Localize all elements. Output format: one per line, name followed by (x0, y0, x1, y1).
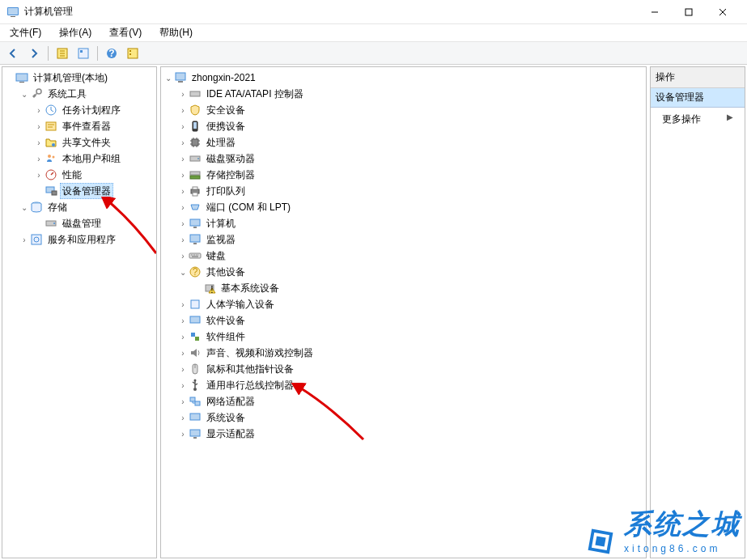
maximize-button[interactable] (677, 8, 700, 16)
toolbar-separator (48, 46, 49, 61)
help-button[interactable]: ? (102, 45, 121, 62)
event-viewer-node[interactable]: ›事件查看器 (33, 118, 155, 134)
chevron-right-icon[interactable]: › (19, 235, 30, 244)
chevron-right-icon[interactable]: › (177, 349, 189, 358)
usb-node[interactable]: ›通用串行总线控制器 (177, 377, 644, 393)
chevron-down-icon[interactable]: ⌄ (19, 203, 30, 212)
network-node[interactable]: ›网络适配器 (177, 393, 644, 409)
svg-point-28 (53, 223, 55, 224)
chevron-right-icon[interactable]: › (177, 414, 189, 422)
chevron-right-icon[interactable]: › (177, 155, 189, 163)
security-icon (189, 104, 202, 117)
forward-button[interactable] (24, 45, 44, 62)
display-icon (189, 427, 202, 440)
properties-button[interactable] (74, 45, 93, 62)
mice-node[interactable]: ›鼠标和其他指针设备 (177, 361, 644, 377)
svg-rect-61 (195, 401, 200, 405)
other-devices-icon: ? (189, 265, 202, 278)
ide-node[interactable]: ›IDE ATA/ATAPI 控制器 (177, 86, 644, 102)
chevron-right-icon[interactable]: › (177, 235, 189, 244)
close-button[interactable] (711, 8, 734, 16)
chevron-down-icon[interactable]: ⌄ (163, 74, 174, 83)
menu-view[interactable]: 查看(V) (104, 24, 146, 41)
tree-label: 鼠标和其他指针设备 (204, 362, 296, 376)
display-adapters-node[interactable]: ›显示适配器 (177, 426, 644, 442)
performance-icon (45, 168, 57, 181)
print-queues-node[interactable]: ›打印队列 (177, 183, 644, 199)
tree-label: 其他设备 (204, 265, 248, 279)
chevron-right-icon[interactable]: › (177, 187, 189, 196)
chevron-right-icon[interactable]: › (177, 171, 189, 180)
tree-label: 任务计划程序 (60, 103, 123, 117)
tree-label: 磁盘驱动器 (204, 151, 257, 166)
storage-node[interactable]: ⌄ 存储 (19, 199, 155, 215)
menu-help[interactable]: 帮助(H) (155, 24, 197, 41)
disk-icon (45, 217, 57, 230)
chevron-right-icon[interactable]: › (177, 365, 189, 374)
chevron-right-icon[interactable]: › (33, 138, 45, 147)
base-system-device-node[interactable]: !基本系统设备 (192, 280, 644, 296)
management-tree[interactable]: 计算机管理(本地) ⌄ 系统工具 ›任务计划程序 ›事件查看器 (2, 67, 156, 558)
chevron-right-icon[interactable]: › (33, 155, 45, 163)
task-scheduler-node[interactable]: ›任务计划程序 (33, 102, 155, 118)
device-manager-node[interactable]: 设备管理器 (33, 183, 155, 199)
menu-file[interactable]: 文件(F) (5, 24, 46, 41)
tree-root[interactable]: 计算机管理(本地) (4, 70, 155, 86)
disk-management-node[interactable]: 磁盘管理 (33, 215, 155, 231)
monitors-node[interactable]: ›监视器 (177, 231, 644, 248)
chevron-right-icon[interactable]: › (177, 316, 189, 325)
processors-node[interactable]: ›处理器 (177, 134, 644, 151)
device-tree[interactable]: ⌄ zhongxin-2021 ›IDE ATA/ATAPI 控制器 ›安全设备… (161, 67, 646, 558)
disk-drives-node[interactable]: ›磁盘驱动器 (177, 151, 644, 167)
show-hide-tree-button[interactable] (53, 45, 72, 62)
speaker-icon (189, 346, 202, 359)
menu-action[interactable]: 操作(A) (54, 24, 96, 41)
system-devices-node[interactable]: ›系统设备 (177, 409, 644, 426)
svg-rect-15 (16, 74, 28, 81)
local-users-node[interactable]: ›本地用户和组 (33, 151, 155, 167)
chevron-right-icon[interactable]: › (33, 171, 45, 180)
software-devices-node[interactable]: ›软件设备 (177, 312, 644, 329)
svg-rect-36 (192, 139, 198, 146)
chevron-right-icon[interactable]: › (177, 138, 189, 147)
chevron-right-icon[interactable]: › (33, 106, 45, 115)
svg-rect-35 (193, 122, 197, 129)
keyboards-node[interactable]: ›键盘 (177, 248, 644, 264)
network-icon (189, 395, 202, 408)
chevron-right-icon[interactable]: › (177, 122, 189, 131)
chevron-right-icon[interactable]: › (177, 397, 189, 406)
menubar: 文件(F) 操作(A) 查看(V) 帮助(H) (0, 24, 747, 42)
chevron-right-icon[interactable]: › (177, 300, 189, 309)
chevron-right-icon[interactable]: › (177, 252, 189, 261)
system-tools-node[interactable]: ⌄ 系统工具 (19, 86, 155, 102)
sound-node[interactable]: ›声音、视频和游戏控制器 (177, 345, 644, 361)
storage-controllers-node[interactable]: ›存储控制器 (177, 167, 644, 183)
chevron-down-icon[interactable]: ⌄ (19, 90, 30, 99)
chevron-right-icon[interactable]: › (177, 203, 189, 212)
view-button[interactable] (123, 45, 142, 62)
chevron-down-icon[interactable]: ⌄ (177, 268, 189, 277)
chevron-right-icon[interactable]: › (177, 106, 189, 115)
computers-category-node[interactable]: ›计算机 (177, 215, 644, 231)
portable-devices-node[interactable]: ›便携设备 (177, 118, 644, 134)
chevron-right-icon[interactable]: › (177, 333, 189, 342)
minimize-button[interactable] (643, 8, 666, 16)
services-apps-node[interactable]: › 服务和应用程序 (19, 231, 155, 248)
software-components-node[interactable]: ›软件组件 (177, 329, 644, 345)
more-actions-item[interactable]: 更多操作 ▶ (651, 108, 745, 131)
chevron-right-icon[interactable]: › (177, 219, 189, 228)
actions-section: 设备管理器 (651, 88, 745, 108)
svg-rect-63 (190, 430, 200, 436)
chevron-right-icon[interactable]: › (177, 430, 189, 439)
chevron-right-icon[interactable]: › (177, 90, 189, 99)
security-devices-node[interactable]: ›安全设备 (177, 102, 644, 118)
chevron-right-icon[interactable]: › (33, 122, 45, 131)
performance-node[interactable]: ›性能 (33, 167, 155, 183)
shared-folders-node[interactable]: ›共享文件夹 (33, 134, 155, 151)
ports-node[interactable]: ›端口 (COM 和 LPT) (177, 199, 644, 215)
back-button[interactable] (3, 45, 23, 62)
chevron-right-icon[interactable]: › (177, 381, 189, 390)
other-devices-node[interactable]: ⌄?其他设备 (177, 264, 644, 280)
hid-node[interactable]: ›人体学输入设备 (177, 296, 644, 312)
computer-root-node[interactable]: ⌄ zhongxin-2021 (163, 70, 644, 86)
